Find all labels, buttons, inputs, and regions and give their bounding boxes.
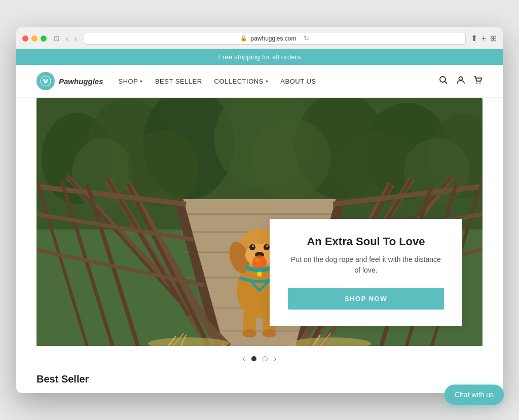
shop-now-button[interactable]: SHOP NOW <box>288 288 444 310</box>
browser-actions: ⬆ + ⊞ <box>471 33 497 43</box>
traffic-light-close[interactable] <box>22 35 28 42</box>
best-seller-title: Best Seller <box>36 373 483 385</box>
nav-best-seller[interactable]: BEST SELLER <box>155 78 202 85</box>
carousel-nav: ‹ › <box>36 346 483 371</box>
carousel-next-button[interactable]: › <box>274 354 276 363</box>
new-tab-btn[interactable]: + <box>481 34 486 43</box>
header-icons <box>439 75 483 87</box>
svg-point-3 <box>44 81 48 84</box>
carousel-dot-2[interactable] <box>263 356 268 361</box>
svg-point-2 <box>46 79 48 82</box>
svg-point-67 <box>266 245 268 247</box>
sidebar-toggle-btn[interactable]: ⊡ <box>52 33 62 44</box>
site-header: Pawhuggles SHOP ▾ BEST SELLER COLLECTION… <box>16 65 503 98</box>
forward-btn[interactable]: › <box>72 33 79 44</box>
svg-point-8 <box>459 77 463 80</box>
nav-collections-label: COLLECTIONS <box>214 78 264 85</box>
address-bar[interactable]: 🔒 pawhuggles.com ↻ <box>84 32 465 45</box>
nav-shop-label: SHOP <box>119 78 138 85</box>
carousel-prev-button[interactable]: ‹ <box>243 354 245 363</box>
svg-point-1 <box>43 79 45 82</box>
account-button[interactable] <box>456 75 465 87</box>
grid-view-btn[interactable]: ⊞ <box>490 33 497 43</box>
svg-point-64 <box>249 244 255 250</box>
nav-best-seller-label: BEST SELLER <box>155 78 202 85</box>
hero-title: An Extra Soul To Love <box>288 235 444 248</box>
browser-chrome: ⊡ ‹ › 🔒 pawhuggles.com ↻ ⬆ + ⊞ <box>16 27 503 49</box>
svg-point-70 <box>255 258 259 262</box>
back-btn[interactable]: ‹ <box>64 33 70 44</box>
shop-chevron-icon: ▾ <box>140 79 143 84</box>
svg-point-22 <box>249 118 330 199</box>
chat-button[interactable]: Chat with us <box>444 385 504 405</box>
cart-button[interactable] <box>473 75 483 87</box>
svg-point-9 <box>476 82 477 83</box>
best-seller-section: Best Seller <box>16 371 503 393</box>
hero-subtitle: Put on the dog rope and feel it with the… <box>288 254 444 276</box>
svg-point-66 <box>252 245 254 247</box>
share-btn[interactable]: ⬆ <box>471 33 477 43</box>
svg-point-21 <box>128 131 199 207</box>
lock-icon: 🔒 <box>240 35 247 42</box>
carousel-dot-1[interactable] <box>251 356 256 361</box>
reload-icon[interactable]: ↻ <box>304 34 309 42</box>
nav-menu: SHOP ▾ BEST SELLER COLLECTIONS ▾ ABOUT U… <box>119 78 439 85</box>
hero-card: An Extra Soul To Love Put on the dog rop… <box>270 219 462 326</box>
svg-point-10 <box>479 82 480 83</box>
logo-icon <box>36 72 55 90</box>
collections-chevron-icon: ▾ <box>266 79 269 84</box>
browser-controls: ⊡ ‹ › <box>52 33 79 44</box>
svg-point-75 <box>262 329 276 337</box>
nav-collections[interactable]: COLLECTIONS ▾ <box>214 78 269 85</box>
logo-text: Pawhuggles <box>59 77 103 86</box>
svg-point-71 <box>257 272 262 277</box>
traffic-lights <box>22 35 47 42</box>
nav-shop[interactable]: SHOP ▾ <box>119 78 143 85</box>
svg-point-65 <box>264 244 270 250</box>
traffic-light-minimize[interactable] <box>31 35 38 42</box>
svg-line-7 <box>445 81 448 84</box>
svg-point-74 <box>242 329 256 337</box>
search-button[interactable] <box>439 75 448 87</box>
site-banner: Free shipping for all orders <box>16 49 503 65</box>
logo-area[interactable]: Pawhuggles <box>36 72 103 90</box>
svg-point-69 <box>252 255 267 270</box>
nav-about-us-label: ABOUT US <box>280 78 316 85</box>
hero-section: An Extra Soul To Love Put on the dog rop… <box>36 98 483 371</box>
url-text: pawhuggles.com <box>250 35 296 42</box>
nav-about-us[interactable]: ABOUT US <box>280 78 316 85</box>
hero-image: An Extra Soul To Love Put on the dog rop… <box>36 98 483 346</box>
browser-window: ⊡ ‹ › 🔒 pawhuggles.com ↻ ⬆ + ⊞ Free ship… <box>16 27 503 393</box>
traffic-light-fullscreen[interactable] <box>41 35 47 42</box>
banner-text: Free shipping for all orders <box>218 53 301 61</box>
svg-point-6 <box>440 77 446 82</box>
